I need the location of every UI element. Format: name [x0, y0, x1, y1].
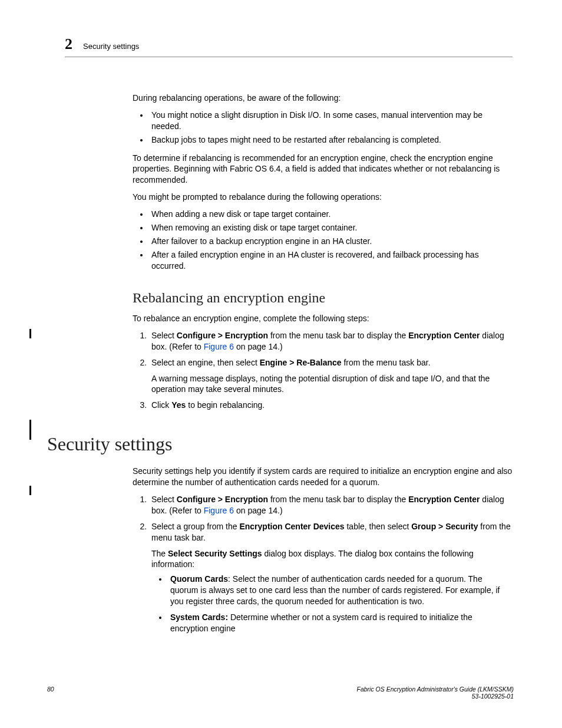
list-item: Click Yes to begin rebalancing.	[149, 400, 513, 411]
body-text: Security settings help you identify if s…	[133, 466, 513, 488]
page-title: Security settings	[47, 433, 513, 455]
step-note: The Select Security Settings dialog box …	[151, 548, 513, 571]
step-text: Select Configure > Encryption from the m…	[151, 495, 504, 515]
step-text: Click Yes to begin rebalancing.	[151, 400, 265, 410]
step-text: Select an engine, then select Engine > R…	[151, 358, 431, 367]
list-item: When removing an existing disk or tape t…	[149, 222, 513, 233]
list-item: Select a group from the Encryption Cente…	[149, 521, 513, 634]
body-text: To rebalance an encryption engine, compl…	[133, 313, 513, 324]
chapter-number: 2	[65, 35, 72, 53]
list-item: Backup jobs to tapes might need to be re…	[149, 134, 513, 146]
numbered-list: Select Configure > Encryption from the m…	[133, 330, 513, 411]
list-item: System Cards: Determine whether or not a…	[168, 612, 513, 634]
bullet-list: You might notice a slight disruption in …	[133, 110, 513, 146]
page-number: 80	[47, 686, 54, 693]
doc-info: Fabric OS Encryption Administrator's Gui…	[356, 686, 514, 700]
revision-bar	[29, 420, 31, 440]
list-item: When adding a new disk or tape target co…	[149, 209, 513, 220]
figure-link[interactable]: Figure 6	[204, 506, 234, 515]
running-header: 2 Security settings	[65, 35, 513, 57]
revision-bar	[29, 329, 31, 338]
step-note: A warning message displays, noting the p…	[151, 373, 513, 396]
list-item: Select Configure > Encryption from the m…	[149, 330, 513, 353]
body-text: During rebalancing operations, be aware …	[133, 93, 513, 104]
list-item: Quorum Cards: Select the number of authe…	[168, 574, 513, 607]
body-text: You might be prompted to rebalance durin…	[133, 192, 513, 203]
step-text: Select a group from the Encryption Cente…	[151, 522, 511, 542]
list-item: Select an engine, then select Engine > R…	[149, 357, 513, 396]
numbered-list: Select Configure > Encryption from the m…	[133, 494, 513, 634]
list-item: You might notice a slight disruption in …	[149, 110, 513, 132]
step-text: Select Configure > Encryption from the m…	[151, 331, 504, 351]
list-item: After a failed encryption engine in an H…	[149, 249, 513, 272]
running-title: Security settings	[83, 42, 139, 51]
sub-bullet-list: Quorum Cards: Select the number of authe…	[151, 574, 513, 634]
list-item: Select Configure > Encryption from the m…	[149, 494, 513, 516]
page-footer: 80 Fabric OS Encryption Administrator's …	[47, 686, 514, 700]
bullet-list: When adding a new disk or tape target co…	[133, 209, 513, 271]
section-heading: Rebalancing an encryption engine	[133, 288, 513, 307]
figure-link[interactable]: Figure 6	[204, 342, 234, 351]
list-item: After failover to a backup encryption en…	[149, 236, 513, 247]
revision-bar	[29, 486, 31, 495]
body-text: To determine if rebalancing is recommend…	[133, 153, 513, 186]
